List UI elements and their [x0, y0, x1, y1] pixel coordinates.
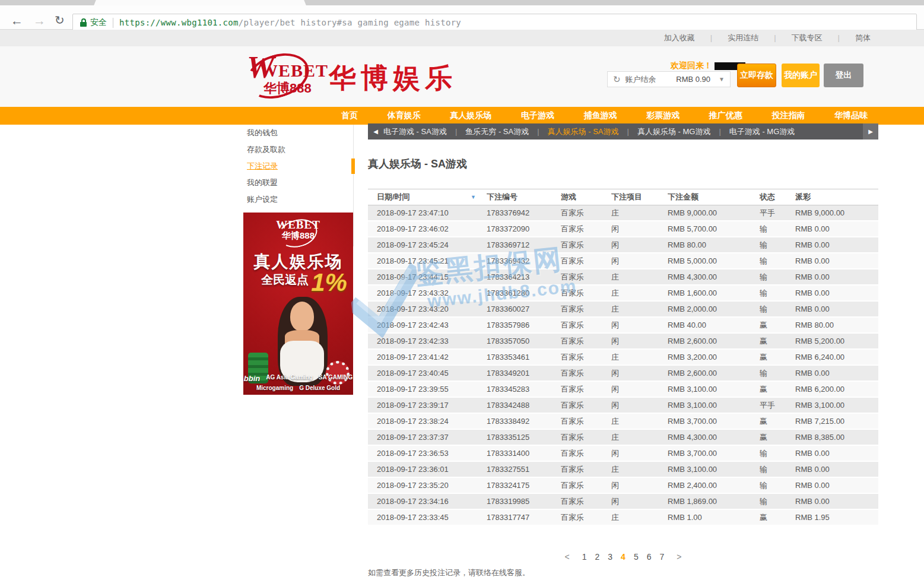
cell-payout: RMB 6,240.00 [795, 353, 878, 362]
cell-bet-item: 闲 [611, 400, 668, 411]
cell-bet-item: 庄 [611, 352, 668, 363]
game-tab[interactable]: 真人娱乐场 - MG游戏 [619, 126, 711, 137]
cell-game: 百家乐 [561, 240, 611, 251]
cell-status: 赢 [760, 352, 795, 363]
header-bet-item[interactable]: 下注项目 [611, 192, 668, 202]
logout-button[interactable]: 登出 [824, 64, 863, 87]
header-game[interactable]: 游戏 [561, 192, 611, 202]
game-tab[interactable]: 真人娱乐场 - SA游戏 [529, 126, 618, 137]
cell-bet-item: 闲 [611, 320, 668, 331]
cell-date: 2018-09-17 23:36:01 [368, 465, 487, 474]
nav-item[interactable]: 首页 [341, 110, 358, 121]
chevron-down-icon[interactable]: ▼ [719, 76, 725, 83]
cell-payout: RMB 9,000.00 [795, 208, 878, 217]
utility-link[interactable]: 加入收藏 [664, 33, 695, 43]
nav-item[interactable]: 投注指南 [771, 110, 805, 121]
page-number[interactable]: 4 [621, 552, 625, 562]
sidebar-item[interactable]: 账户设定 [237, 191, 353, 208]
cell-game: 百家乐 [561, 256, 611, 267]
page-title: 真人娱乐场 - SA游戏 [368, 157, 467, 171]
table-row: 2018-09-17 23:38:24 1783338492 百家乐 庄 RMB… [368, 414, 878, 430]
cell-game: 百家乐 [561, 304, 611, 315]
game-tabs: 电子游戏 - SA游戏鱼乐无穷 - SA游戏真人娱乐场 - SA游戏真人娱乐场 … [383, 126, 795, 137]
cell-bet-item: 闲 [611, 496, 668, 507]
cell-bet-item: 闲 [611, 448, 668, 459]
cell-bet-item: 庄 [611, 288, 668, 299]
header-date[interactable]: 日期/时间 ▼ [368, 192, 487, 202]
footer-note: 如需查看更多历史投注记录，请联络在线客服。 [368, 568, 530, 577]
nav-item[interactable]: 推广优惠 [709, 110, 742, 121]
banner-model-face [290, 302, 314, 331]
welcome-message: 欢迎回来！ [671, 61, 745, 71]
utility-bar: 加入收藏实用连结下载专区简体 [0, 30, 924, 46]
nav-item[interactable]: 彩票游戏 [646, 110, 679, 121]
nav-item[interactable]: 电子游戏 [521, 110, 554, 121]
nav-item[interactable]: 华博品味 [834, 110, 868, 121]
page-number[interactable]: 3 [608, 552, 612, 562]
table-row: 2018-09-17 23:46:02 1783372090 百家乐 闲 RMB… [368, 221, 878, 237]
forward-icon[interactable]: → [33, 14, 46, 27]
nav-item[interactable]: 真人娱乐场 [450, 110, 491, 121]
page-number[interactable]: 7 [659, 552, 664, 562]
table-row: 2018-09-17 23:45:24 1783369712 百家乐 闲 RMB… [368, 237, 878, 253]
sort-desc-icon[interactable]: ▼ [471, 194, 476, 200]
security-label: 安全 [90, 17, 107, 28]
divider [113, 18, 113, 28]
tabs-scroll-left-icon[interactable]: ◀ [368, 123, 383, 140]
reload-icon[interactable]: ↻ [55, 14, 65, 27]
game-tab[interactable]: 电子游戏 - SA游戏 [383, 126, 447, 137]
sidebar-item[interactable]: 存款及取款 [237, 141, 353, 158]
table-body: 2018-09-17 23:47:10 1783376942 百家乐 庄 RMB… [368, 205, 878, 526]
cell-payout: RMB 0.00 [795, 256, 878, 265]
nav-item[interactable]: 体育娱乐 [388, 110, 421, 121]
refresh-balance-icon[interactable]: ↻ [613, 74, 621, 85]
cell-game: 百家乐 [561, 208, 611, 218]
table-row: 2018-09-17 23:36:53 1783331400 百家乐 闲 RMB… [368, 446, 878, 462]
game-tab[interactable]: 鱼乐无穷 - SA游戏 [447, 126, 529, 137]
game-tab[interactable]: 电子游戏 - MG游戏 [710, 126, 795, 137]
page-number[interactable]: 6 [647, 552, 652, 562]
balance-box[interactable]: ↻ 账户结余 RMB 0.90 ▼ [607, 71, 731, 87]
cell-bet-amount: RMB 1.00 [668, 513, 760, 522]
cell-status: 赢 [760, 512, 795, 523]
browser-active-tab[interactable] [100, 0, 300, 5]
my-account-button[interactable]: 我的账户 [782, 64, 820, 87]
sidebar-item[interactable]: 下注记录 [237, 158, 353, 175]
utility-link[interactable]: 下载专区 [758, 33, 822, 43]
utility-link[interactable]: 简体 [823, 33, 871, 43]
table-row: 2018-09-17 23:35:20 1783324175 百家乐 闲 RMB… [368, 478, 878, 494]
table-row: 2018-09-17 23:42:43 1783357986 百家乐 闲 RMB… [368, 318, 878, 334]
cell-payout: RMB 0.00 [795, 449, 878, 458]
cell-payout: RMB 0.00 [795, 288, 878, 297]
address-bar[interactable]: 安全 https://www.wbg1101.com/player/bet_hi… [72, 14, 917, 31]
cell-bet-item: 庄 [611, 432, 668, 443]
promo-banner[interactable]: WEBET 华博888 真人娱乐场 全民返点 1% bbin AG Asia G… [243, 213, 353, 395]
page-number[interactable]: 1 [582, 552, 587, 562]
sidebar-item-label: 存款及取款 [247, 145, 285, 154]
table-row: 2018-09-17 23:37:37 1783335125 百家乐 庄 RMB… [368, 430, 878, 446]
utility-link[interactable]: 实用连结 [695, 33, 758, 43]
cell-payout: RMB 0.00 [795, 224, 878, 233]
cell-status: 输 [760, 304, 795, 315]
cell-status: 赢 [760, 384, 795, 395]
page-number[interactable]: 2 [595, 552, 600, 562]
prev-page-icon[interactable]: < [565, 552, 570, 562]
cell-bet-amount: RMB 3,100.00 [668, 401, 760, 410]
sidebar-item[interactable]: 我的钱包 [237, 125, 353, 141]
back-icon[interactable]: ← [11, 14, 23, 27]
cell-payout: RMB 1.95 [795, 513, 878, 522]
browser-tab-strip [0, 0, 924, 5]
deposit-button[interactable]: 立即存款 [737, 64, 776, 87]
header-status[interactable]: 状态 [760, 192, 795, 202]
tabs-scroll-right-icon[interactable]: ▶ [863, 123, 878, 140]
nav-item[interactable]: 捕鱼游戏 [584, 110, 617, 121]
header-bet-id[interactable]: 下注编号 [487, 192, 561, 202]
header-bet-amount[interactable]: 下注金额 [668, 192, 760, 202]
table-row: 2018-09-17 23:44:15 1783364213 百家乐 庄 RMB… [368, 270, 878, 286]
cell-date: 2018-09-17 23:36:53 [368, 449, 487, 458]
header-payout[interactable]: 派彩 [795, 192, 878, 202]
next-page-icon[interactable]: > [677, 552, 681, 562]
sidebar-item[interactable]: 我的联盟 [237, 175, 353, 191]
site-logo[interactable]: W WEBET 华博888 华博娱乐 [242, 51, 457, 102]
page-number[interactable]: 5 [634, 552, 639, 562]
